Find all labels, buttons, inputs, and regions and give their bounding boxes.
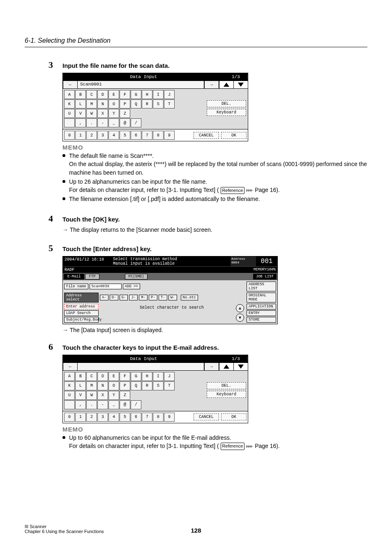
key-n[interactable]: N [97,381,108,390]
key-z[interactable]: Z [120,109,130,118]
cancel-button[interactable]: CANCEL [194,132,219,139]
key-p[interactable]: P [120,99,130,108]
key-e[interactable]: E [108,90,119,99]
key-2[interactable]: 2 [86,413,97,422]
arrow-left[interactable]: ← [63,81,78,88]
key-l[interactable]: L [75,99,86,108]
key-v[interactable]: V [75,109,86,118]
key-x[interactable]: X [97,391,108,400]
filename-input[interactable]: Scan0001 [78,81,204,88]
key-space[interactable] [64,400,75,409]
key-space[interactable] [64,118,75,127]
keyboard-button[interactable]: Keyboard [207,109,246,116]
letter-key[interactable]: D- [110,295,118,300]
key-f[interactable]: F [120,90,130,99]
letter-key[interactable]: T- [159,295,167,300]
key-7[interactable]: 7 [142,131,152,140]
key-e[interactable]: E [108,372,119,381]
entry-button[interactable]: ENTRY [247,310,276,316]
key-x[interactable]: X [97,109,108,118]
key-h[interactable]: H [142,372,152,381]
key-dot[interactable]: . [86,400,97,409]
key-t[interactable]: T [164,381,175,390]
key-i[interactable]: I [153,90,164,99]
arrow-right[interactable]: → [204,363,219,370]
key-b[interactable]: B [75,90,86,99]
key-6[interactable]: 6 [131,131,141,140]
key-underscore[interactable]: _ [108,118,119,127]
del-button[interactable]: DEL. [207,382,246,389]
key-r[interactable]: R [142,99,152,108]
key-3[interactable]: 3 [97,413,108,422]
up-icon[interactable] [219,81,233,88]
key-4[interactable]: 4 [108,131,119,140]
address-list-button[interactable]: ADDRESS LIST [247,282,276,291]
tab-pcsmb[interactable]: PC(SMB) [125,274,148,279]
application-button[interactable]: APPLICATION [247,304,276,309]
ldap-search-button[interactable]: LDAP Search [64,310,99,316]
key-y[interactable]: Y [108,391,119,400]
tab-ftp[interactable]: FTP [85,274,99,279]
key-r[interactable]: R [142,381,152,390]
key-5[interactable]: 5 [120,413,130,422]
tab-email[interactable]: E-Mail [64,274,84,279]
key-slash[interactable]: / [131,400,141,409]
key-j[interactable]: J [164,90,175,99]
letter-key[interactable]: P- [149,295,157,300]
key-m[interactable]: M [86,99,97,108]
letter-key[interactable]: G- [120,295,128,300]
original-mode-button[interactable]: ORIGINAL MODE [247,293,276,302]
key-u[interactable]: U [64,391,75,400]
key-n[interactable]: N [97,99,108,108]
key-0[interactable]: 0 [64,413,75,422]
letter-key[interactable]: J- [129,295,138,300]
no-etc-button[interactable]: No.etc [181,295,198,300]
letter-key[interactable]: M- [139,295,148,300]
key-j[interactable]: J [164,372,175,381]
key-c[interactable]: C [86,372,97,381]
key-i[interactable]: I [153,372,164,381]
key-5[interactable]: 5 [120,131,130,140]
key-c[interactable]: C [86,90,97,99]
down-icon[interactable] [233,81,248,88]
key-1[interactable]: 1 [75,131,86,140]
address-select-button[interactable]: Address select [64,293,99,302]
key-dot[interactable]: . [86,118,97,127]
cancel-button[interactable]: CANCEL [194,413,219,420]
key-w[interactable]: W [86,391,97,400]
up-icon[interactable] [219,363,233,370]
key-at[interactable]: @ [120,118,130,127]
key-a[interactable]: A [64,90,75,99]
key-s[interactable]: S [153,381,164,390]
key-g[interactable]: G [131,90,141,99]
keyboard-button[interactable]: Keyboard [207,391,246,398]
key-at[interactable]: @ [120,400,130,409]
address-input[interactable] [78,363,204,370]
key-8[interactable]: 8 [153,413,164,422]
key-v[interactable]: V [75,391,86,400]
key-3[interactable]: 3 [97,131,108,140]
file-name-button[interactable]: File name [64,284,88,289]
subject-button[interactable]: Subject/Msg.Body [64,317,99,323]
key-s[interactable]: S [153,99,164,108]
key-1[interactable]: 1 [75,413,86,422]
key-d[interactable]: D [97,372,108,381]
key-l[interactable]: L [75,381,86,390]
key-t[interactable]: T [164,99,175,108]
key-o[interactable]: O [108,99,119,108]
key-w[interactable]: W [86,109,97,118]
key-q[interactable]: Q [131,99,141,108]
key-p[interactable]: P [120,381,130,390]
ok-button[interactable]: OK [221,132,247,139]
key-comma[interactable]: , [75,400,86,409]
key-a[interactable]: A [64,372,75,381]
arrow-left[interactable]: ← [63,363,78,370]
key-0[interactable]: 0 [64,131,75,140]
key-8[interactable]: 8 [153,131,164,140]
add-button[interactable]: ADD >> [123,284,140,289]
key-k[interactable]: K [64,99,75,108]
key-k[interactable]: K [64,381,75,390]
key-6[interactable]: 6 [131,413,141,422]
down-icon[interactable] [233,363,248,370]
key-7[interactable]: 7 [142,413,152,422]
